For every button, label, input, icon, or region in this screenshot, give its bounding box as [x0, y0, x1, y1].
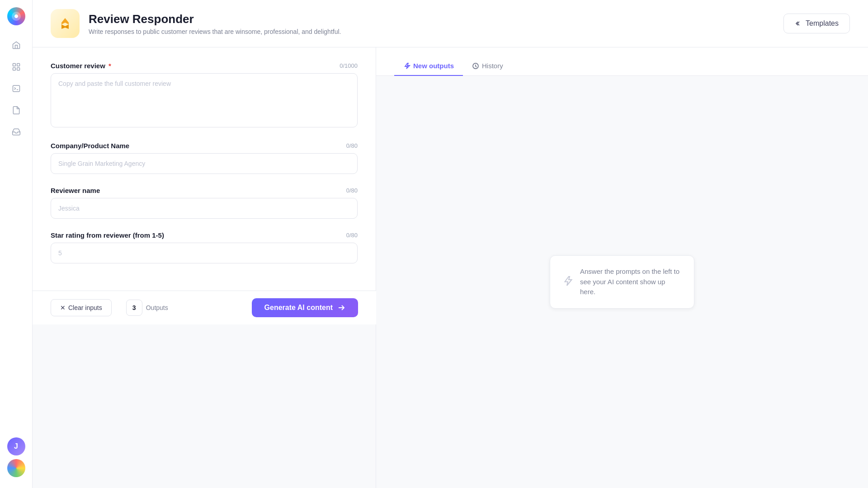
sidebar-item-terminal[interactable] — [7, 80, 25, 98]
company-name-header: Company/Product Name 0/80 — [51, 142, 358, 150]
generate-button[interactable]: Generate AI content — [252, 298, 358, 317]
output-content: Answer the prompts on the left to see yo… — [376, 76, 868, 488]
required-marker: * — [107, 62, 111, 70]
sidebar-item-document[interactable] — [7, 101, 25, 119]
company-name-label: Company/Product Name — [51, 142, 129, 150]
svg-rect-4 — [17, 68, 19, 70]
chevrons-left-icon — [795, 20, 802, 27]
content-area: Customer review * 0/1000 Company/Product… — [33, 47, 868, 488]
outputs-label: Outputs — [146, 304, 168, 311]
sidebar-item-inbox[interactable] — [7, 123, 25, 141]
svg-rect-3 — [13, 68, 15, 70]
page-header: Review Responder Write responses to publ… — [33, 0, 868, 47]
bottom-bar: ✕ Clear inputs 3 Outputs Generate AI con… — [33, 291, 376, 324]
customer-review-input[interactable] — [51, 73, 358, 127]
templates-button[interactable]: Templates — [783, 14, 850, 33]
templates-button-label: Templates — [806, 19, 839, 28]
customer-review-header: Customer review * 0/1000 — [51, 62, 358, 70]
tab-new-outputs[interactable]: New outputs — [394, 56, 463, 76]
customer-review-label: Customer review * — [51, 62, 111, 70]
star-rating-counter: 0/80 — [346, 232, 358, 239]
form-panel: Customer review * 0/1000 Company/Product… — [33, 47, 376, 291]
company-name-input[interactable] — [51, 153, 358, 174]
reviewer-name-header: Reviewer name 0/80 — [51, 187, 358, 194]
sidebar: J — [0, 0, 33, 488]
output-tabs: New outputs History — [376, 47, 868, 76]
company-name-counter: 0/80 — [346, 142, 358, 149]
reviewer-name-counter: 0/80 — [346, 187, 358, 194]
empty-state-card: Answer the prompts on the left to see yo… — [550, 255, 694, 309]
app-icon-wrapper — [51, 9, 80, 38]
star-rating-label: Star rating from reviewer (from 1-5) — [51, 231, 164, 239]
header-text: Review Responder Write responses to publ… — [89, 12, 341, 35]
star-rating-header: Star rating from reviewer (from 1-5) 0/8… — [51, 231, 358, 239]
customer-review-field: Customer review * 0/1000 — [51, 62, 358, 129]
app-logo[interactable] — [7, 7, 25, 25]
left-wrapper: Customer review * 0/1000 Company/Product… — [33, 47, 376, 488]
outputs-counter: 3 Outputs — [126, 300, 168, 316]
clock-icon — [472, 62, 479, 70]
main-content: Review Responder Write responses to publ… — [33, 0, 868, 488]
reviewer-name-input[interactable] — [51, 198, 358, 219]
clear-inputs-label: Clear inputs — [68, 304, 102, 311]
tab-new-outputs-label: New outputs — [413, 62, 454, 70]
right-panel: New outputs History — [376, 47, 868, 488]
arrow-right-icon — [337, 304, 345, 312]
svg-rect-5 — [13, 85, 19, 91]
svg-rect-2 — [17, 64, 19, 66]
sidebar-item-home[interactable] — [7, 36, 25, 54]
reviewer-name-label: Reviewer name — [51, 187, 100, 194]
user-avatar-image[interactable] — [7, 459, 25, 477]
clear-inputs-button[interactable]: ✕ Clear inputs — [51, 299, 112, 316]
page-title: Review Responder — [89, 12, 341, 26]
lightning-empty-icon — [563, 276, 574, 288]
sidebar-item-apps[interactable] — [7, 58, 25, 76]
generate-button-label: Generate AI content — [264, 304, 333, 312]
lightning-icon — [403, 62, 410, 70]
user-avatar-letter[interactable]: J — [7, 437, 25, 455]
star-rating-input[interactable] — [51, 243, 358, 263]
reviewer-name-field: Reviewer name 0/80 — [51, 187, 358, 219]
header-left: Review Responder Write responses to publ… — [51, 9, 341, 38]
tab-history[interactable]: History — [463, 56, 512, 76]
empty-state: Answer the prompts on the left to see yo… — [550, 255, 694, 309]
clear-x-icon: ✕ — [60, 304, 66, 311]
customer-review-counter: 0/1000 — [340, 62, 358, 69]
tab-history-label: History — [482, 62, 503, 70]
outputs-number-input[interactable]: 3 — [126, 300, 142, 316]
app-icon — [57, 15, 73, 32]
page-subtitle: Write responses to public customer revie… — [89, 28, 341, 35]
empty-state-text: Answer the prompts on the left to see yo… — [580, 267, 681, 297]
company-name-field: Company/Product Name 0/80 — [51, 142, 358, 174]
star-rating-field: Star rating from reviewer (from 1-5) 0/8… — [51, 231, 358, 263]
svg-rect-1 — [13, 64, 15, 66]
